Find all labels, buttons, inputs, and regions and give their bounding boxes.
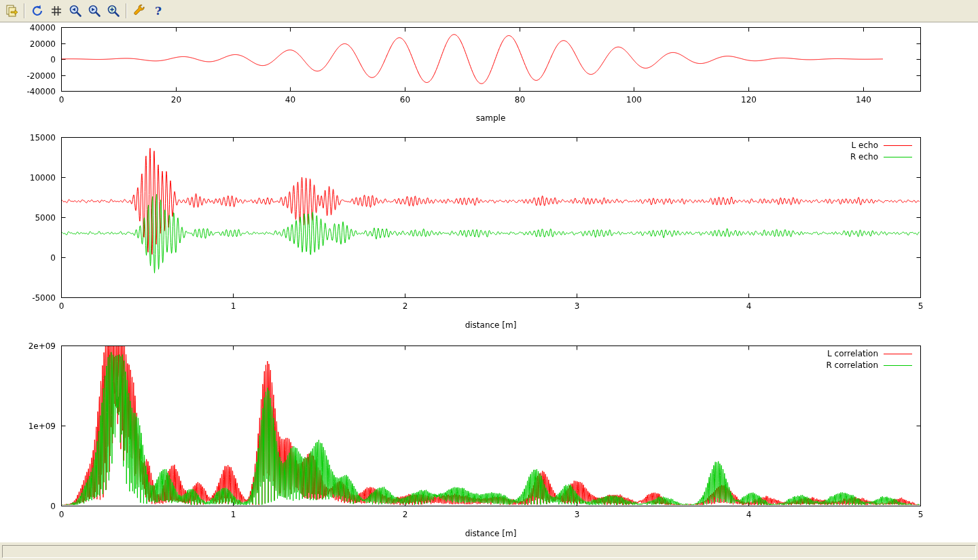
zoom-next-icon xyxy=(88,4,101,18)
status-bar xyxy=(0,542,978,560)
toolbar: ? xyxy=(0,0,978,22)
refresh-icon xyxy=(31,4,44,18)
autoscale-magnifier-icon xyxy=(107,4,120,18)
plot-area xyxy=(0,22,978,542)
zoom-next-button[interactable] xyxy=(86,2,103,20)
replot-button[interactable] xyxy=(29,2,46,20)
wrench-icon xyxy=(132,4,146,18)
zoom-previous-button[interactable] xyxy=(67,2,84,20)
toolbar-separator xyxy=(126,3,127,18)
echo-chart[interactable] xyxy=(0,132,978,341)
toolbar-separator xyxy=(24,3,25,18)
autoscale-button[interactable] xyxy=(105,2,122,20)
help-button[interactable]: ? xyxy=(149,2,167,20)
toggle-grid-button[interactable] xyxy=(48,2,65,20)
status-text xyxy=(2,545,976,558)
grid-icon xyxy=(50,4,63,18)
correlation-chart[interactable] xyxy=(0,341,978,542)
clipboard-icon xyxy=(5,4,18,18)
zoom-previous-icon xyxy=(69,4,82,18)
waveform-chart[interactable] xyxy=(0,22,978,132)
configure-button[interactable] xyxy=(130,2,148,20)
help-icon: ? xyxy=(155,5,162,17)
copy-plot-button[interactable] xyxy=(3,2,20,20)
